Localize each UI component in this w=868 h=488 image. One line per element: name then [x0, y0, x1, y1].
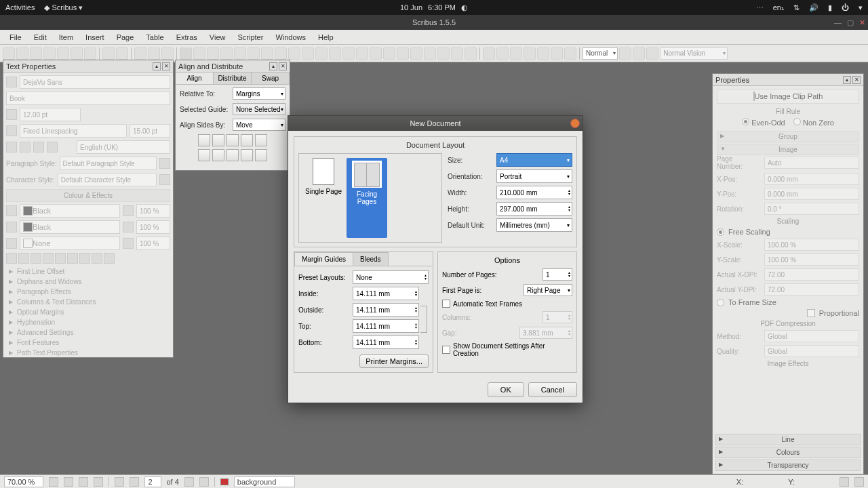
colours-section[interactable]: Colours: [715, 447, 861, 458]
height-input[interactable]: 297.000 mm: [496, 202, 572, 216]
tb-pdf-link[interactable]: [564, 47, 576, 60]
width-input[interactable]: 210.000 mm: [496, 186, 572, 199]
size-select[interactable]: A4: [496, 153, 572, 167]
unit-select[interactable]: Millimetres (mm): [496, 218, 572, 232]
menu-view[interactable]: View: [204, 32, 231, 43]
relative-to-select[interactable]: Margins: [233, 87, 285, 100]
tb-preview[interactable]: [633, 47, 645, 60]
section-path-text[interactable]: Path Text Properties: [6, 348, 170, 358]
menu-help[interactable]: Help: [313, 32, 339, 43]
tb-pdf-annot[interactable]: [551, 47, 563, 60]
first-page-select[interactable]: Right Page: [524, 284, 572, 296]
tab-bleeds[interactable]: Bleeds: [353, 252, 389, 266]
activities-button[interactable]: Activities: [5, 3, 35, 12]
fill-color[interactable]: Black: [20, 204, 120, 218]
section-columns[interactable]: Columns & Text Distances: [6, 297, 170, 307]
zoom-fit-icon[interactable]: [49, 477, 58, 487]
ok-button[interactable]: OK: [488, 382, 524, 397]
tb-text-frame[interactable]: [193, 47, 205, 60]
menu-scripter[interactable]: Scripter: [232, 32, 269, 43]
align-hcenter-button[interactable]: [212, 134, 224, 146]
tray-icon[interactable]: ⋯: [756, 3, 764, 12]
align-top-button[interactable]: [198, 149, 210, 161]
inside-input[interactable]: 14.111 mm: [353, 287, 419, 300]
current-page-input[interactable]: 2: [144, 476, 161, 487]
linespacing-value[interactable]: 15.00 pt: [130, 124, 170, 138]
network-icon[interactable]: ⇅: [793, 3, 800, 12]
menu-item[interactable]: Item: [54, 32, 79, 43]
character-style-select[interactable]: Default Character Style: [58, 173, 157, 186]
linespacing-mode[interactable]: Fixed Linespacing: [20, 124, 127, 138]
align-right-out-button[interactable]: [255, 134, 267, 146]
tb-pdf-check[interactable]: [510, 47, 522, 60]
menu-windows[interactable]: Windows: [270, 32, 311, 43]
tb-pdf-combo[interactable]: [524, 47, 536, 60]
single-page-option[interactable]: Single Page: [303, 158, 344, 238]
preview-icon[interactable]: [854, 477, 864, 487]
align-left-out-button[interactable]: [241, 134, 253, 146]
align-vcenter-button[interactable]: [212, 149, 224, 161]
tb-shape[interactable]: [248, 47, 260, 60]
vision-select[interactable]: Normal Vision: [660, 47, 728, 60]
font-size-input[interactable]: 12.00 pt: [20, 108, 81, 121]
section-optical[interactable]: Optical Margins: [6, 307, 170, 317]
close-window-button[interactable]: ✕: [859, 18, 865, 27]
align-sides-select[interactable]: Move: [233, 119, 285, 131]
paragraph-style-select[interactable]: Default Paragraph Style: [60, 157, 157, 170]
ypos-input[interactable]: 0.000 mm: [764, 188, 859, 200]
tb-close[interactable]: [43, 47, 56, 60]
tb-polygon[interactable]: [275, 47, 287, 60]
align-right-button[interactable]: [226, 134, 239, 146]
language-select[interactable]: English (UK): [77, 140, 170, 154]
section-font-features[interactable]: Font Features: [6, 338, 170, 348]
line-section[interactable]: Line: [715, 434, 861, 445]
preset-select[interactable]: None: [353, 270, 429, 284]
tab-swap[interactable]: Swap: [252, 73, 290, 84]
xscale-input[interactable]: 100.00 %: [764, 239, 859, 251]
xdpi-input[interactable]: 72.00: [764, 268, 859, 281]
tb-measure[interactable]: [437, 47, 450, 60]
tb-line[interactable]: [302, 47, 314, 60]
proportional-checkbox[interactable]: [807, 309, 815, 317]
font-style-select[interactable]: Book: [6, 92, 170, 105]
preview-mode-select[interactable]: Normal: [583, 47, 618, 60]
tb-copy[interactable]: [148, 47, 160, 60]
dialog-close-button[interactable]: [570, 119, 580, 128]
edit-icon[interactable]: [159, 158, 170, 169]
zoom-default-icon[interactable]: [79, 477, 88, 487]
align-top-out-button[interactable]: [241, 149, 253, 161]
group-section[interactable]: Group: [717, 131, 859, 142]
shade-icon[interactable]: ▴: [843, 76, 851, 84]
tb-cut[interactable]: [134, 47, 146, 60]
align-left-button[interactable]: [198, 134, 210, 146]
outside-input[interactable]: 14.111 mm: [353, 303, 419, 317]
stroke-color[interactable]: Black: [20, 220, 120, 234]
font-family-select[interactable]: DejaVu Sans: [20, 75, 170, 89]
printer-margins-button[interactable]: Printer Margins...: [359, 354, 429, 368]
tb-edit-in-preview[interactable]: [646, 47, 658, 60]
align-bottom-out-button[interactable]: [255, 149, 267, 161]
tb-redo[interactable]: [116, 47, 128, 60]
tb-paste[interactable]: [161, 47, 174, 60]
shade-icon[interactable]: ▴: [269, 62, 277, 70]
unit-menu-icon[interactable]: [840, 477, 849, 487]
tb-copy-props[interactable]: [451, 47, 463, 60]
menu-insert[interactable]: Insert: [80, 32, 110, 43]
tb-unlink[interactable]: [424, 47, 436, 60]
align-center-icon[interactable]: [20, 142, 31, 152]
tb-pdf-text[interactable]: [496, 47, 509, 60]
align-left-icon[interactable]: [6, 142, 17, 152]
tb-arc[interactable]: [261, 47, 273, 60]
tb-edit-contents[interactable]: [383, 47, 395, 60]
show-settings-checkbox[interactable]: [442, 346, 450, 354]
tb-rotate[interactable]: [356, 47, 368, 60]
facing-pages-option[interactable]: Facing Pages: [347, 158, 387, 238]
tb-select[interactable]: [180, 47, 192, 60]
power-icon[interactable]: ⏻: [842, 3, 849, 12]
colour-effects-header[interactable]: Colour & Effects: [6, 189, 170, 202]
tb-spiral[interactable]: [288, 47, 300, 60]
tb-pdf-push[interactable]: [483, 47, 495, 60]
tb-pdf-list[interactable]: [537, 47, 549, 60]
tb-freehand[interactable]: [329, 47, 341, 60]
even-odd-radio[interactable]: [742, 118, 749, 125]
